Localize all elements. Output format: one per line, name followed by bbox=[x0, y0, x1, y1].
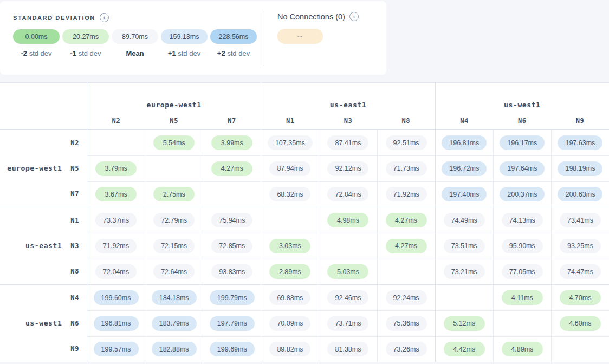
latency-cell[interactable]: 74.13ms bbox=[493, 207, 551, 233]
latency-cell[interactable]: 92.46ms bbox=[319, 285, 377, 310]
latency-cell[interactable]: 77.05ms bbox=[493, 259, 551, 284]
latency-cell[interactable]: 81.38ms bbox=[319, 336, 377, 362]
latency-cell[interactable]: 72.85ms bbox=[203, 233, 261, 258]
latency-cell[interactable]: 197.63ms bbox=[551, 130, 609, 155]
latency-pill: 3.99ms bbox=[211, 135, 252, 150]
latency-cell[interactable]: 3.67ms bbox=[87, 181, 145, 207]
latency-pill: 4.70ms bbox=[560, 290, 601, 305]
latency-cell[interactable]: 73.41ms bbox=[551, 207, 609, 233]
latency-cell[interactable]: 4.27ms bbox=[203, 155, 261, 181]
table-row: us-west1N6196.81ms183.79ms197.79ms70.09m… bbox=[0, 310, 609, 336]
latency-cell[interactable]: 196.17ms bbox=[493, 130, 551, 155]
latency-cell[interactable]: 72.04ms bbox=[87, 259, 145, 284]
std-dev-title: STANDARD DEVIATION bbox=[13, 15, 95, 21]
latency-cell[interactable]: 72.15ms bbox=[145, 233, 203, 258]
table-row: N173.37ms72.79ms75.94ms4.98ms4.27ms74.49… bbox=[0, 207, 609, 233]
latency-pill: 73.21ms bbox=[444, 264, 485, 279]
latency-cell[interactable]: 182.88ms bbox=[145, 336, 203, 362]
latency-cell[interactable]: 4.42ms bbox=[435, 336, 493, 362]
latency-cell[interactable]: 95.90ms bbox=[493, 233, 551, 258]
row-label-cell: N2 bbox=[0, 130, 87, 155]
latency-cell[interactable]: 4.11ms bbox=[493, 285, 551, 310]
latency-cell[interactable]: 184.18ms bbox=[145, 285, 203, 310]
latency-cell[interactable]: 200.63ms bbox=[551, 181, 609, 207]
latency-cell[interactable]: 4.60ms bbox=[551, 310, 609, 336]
latency-cell[interactable]: 68.32ms bbox=[261, 181, 319, 207]
std-dev-stop-label-bold: -1 bbox=[70, 49, 76, 57]
latency-cell[interactable]: 4.27ms bbox=[377, 233, 435, 258]
latency-cell[interactable]: 2.75ms bbox=[145, 181, 203, 207]
latency-pill: 184.18ms bbox=[152, 290, 197, 305]
row-label-cell: N4 bbox=[0, 285, 87, 310]
latency-cell[interactable]: 74.47ms bbox=[551, 259, 609, 284]
latency-cell[interactable]: 73.51ms bbox=[435, 233, 493, 258]
latency-cell[interactable]: 92.51ms bbox=[377, 130, 435, 155]
std-dev-stop-label-rest: std dev bbox=[225, 49, 250, 57]
info-icon[interactable]: i bbox=[100, 13, 109, 22]
latency-cell[interactable]: 70.09ms bbox=[261, 310, 319, 336]
latency-cell[interactable]: 73.71ms bbox=[319, 310, 377, 336]
table-row: europe-west1N53.79ms4.27ms87.94ms92.12ms… bbox=[0, 155, 609, 181]
latency-cell[interactable]: 3.79ms bbox=[87, 155, 145, 181]
latency-cell[interactable]: 4.70ms bbox=[551, 285, 609, 310]
latency-cell[interactable]: 4.98ms bbox=[319, 207, 377, 233]
latency-matrix: europe-west1N2N5N7us-east1N1N3N8us-west1… bbox=[0, 82, 609, 362]
latency-cell[interactable]: 5.12ms bbox=[435, 310, 493, 336]
info-icon[interactable]: i bbox=[349, 12, 359, 21]
latency-cell[interactable]: 2.89ms bbox=[261, 259, 319, 284]
latency-pill: 199.60ms bbox=[94, 290, 139, 305]
latency-cell[interactable]: 197.79ms bbox=[203, 310, 261, 336]
latency-cell[interactable]: 4.27ms bbox=[377, 207, 435, 233]
latency-cell[interactable]: 73.26ms bbox=[377, 336, 435, 362]
latency-cell[interactable]: 183.79ms bbox=[145, 310, 203, 336]
latency-cell[interactable]: 3.03ms bbox=[261, 233, 319, 258]
row-node-label: N2 bbox=[70, 139, 79, 147]
latency-cell[interactable]: 199.69ms bbox=[203, 336, 261, 362]
latency-cell[interactable]: 200.37ms bbox=[493, 181, 551, 207]
latency-cell[interactable]: 92.12ms bbox=[319, 155, 377, 181]
latency-cell[interactable]: 75.36ms bbox=[377, 310, 435, 336]
latency-pill: 74.49ms bbox=[444, 213, 485, 227]
latency-cell[interactable]: 72.64ms bbox=[145, 259, 203, 284]
latency-cell[interactable]: 75.94ms bbox=[203, 207, 261, 233]
latency-cell[interactable]: 196.81ms bbox=[87, 310, 145, 336]
latency-cell[interactable]: 107.35ms bbox=[261, 130, 319, 155]
latency-cell[interactable]: 93.25ms bbox=[551, 233, 609, 258]
latency-cell[interactable]: 69.88ms bbox=[261, 285, 319, 310]
latency-cell[interactable]: 87.41ms bbox=[319, 130, 377, 155]
latency-pill: 95.90ms bbox=[502, 239, 543, 253]
latency-cell[interactable]: 87.94ms bbox=[261, 155, 319, 181]
latency-cell[interactable]: 93.83ms bbox=[203, 259, 261, 284]
latency-cell[interactable]: 89.82ms bbox=[261, 336, 319, 362]
latency-cell[interactable]: 198.19ms bbox=[551, 155, 609, 181]
latency-cell[interactable]: 71.73ms bbox=[377, 155, 435, 181]
latency-cell[interactable]: 196.72ms bbox=[435, 155, 493, 181]
row-node-label: N4 bbox=[70, 294, 79, 302]
latency-cell[interactable]: 5.54ms bbox=[145, 130, 203, 155]
table-row: N73.67ms2.75ms68.32ms72.04ms71.92ms197.4… bbox=[0, 181, 609, 207]
column-node-label: N9 bbox=[551, 117, 609, 125]
latency-cell[interactable]: 199.60ms bbox=[87, 285, 145, 310]
latency-cell[interactable]: 197.40ms bbox=[435, 181, 493, 207]
latency-cell[interactable]: 199.79ms bbox=[203, 285, 261, 310]
latency-cell[interactable]: 199.57ms bbox=[87, 336, 145, 362]
latency-cell bbox=[203, 181, 261, 207]
latency-cell[interactable]: 71.92ms bbox=[87, 233, 145, 258]
latency-cell[interactable]: 72.79ms bbox=[145, 207, 203, 233]
latency-cell[interactable]: 5.03ms bbox=[319, 259, 377, 284]
std-dev-stop-label: Mean bbox=[126, 49, 144, 57]
latency-cell[interactable]: 3.99ms bbox=[203, 130, 261, 155]
latency-cell[interactable]: 4.89ms bbox=[493, 336, 551, 362]
std-dev-stop: 0.00ms-2 std dev bbox=[13, 29, 60, 57]
latency-cell[interactable]: 74.49ms bbox=[435, 207, 493, 233]
latency-pill: 71.73ms bbox=[386, 161, 427, 176]
latency-cell[interactable]: 196.81ms bbox=[435, 130, 493, 155]
latency-cell[interactable]: 92.24ms bbox=[377, 285, 435, 310]
latency-pill: 71.92ms bbox=[95, 239, 137, 253]
latency-cell[interactable]: 72.04ms bbox=[319, 181, 377, 207]
latency-cell[interactable]: 73.37ms bbox=[87, 207, 145, 233]
latency-cell[interactable]: 73.21ms bbox=[435, 259, 493, 284]
latency-cell[interactable]: 197.64ms bbox=[493, 155, 551, 181]
latency-cell[interactable]: 71.92ms bbox=[377, 181, 435, 207]
latency-pill: 69.88ms bbox=[269, 290, 310, 305]
